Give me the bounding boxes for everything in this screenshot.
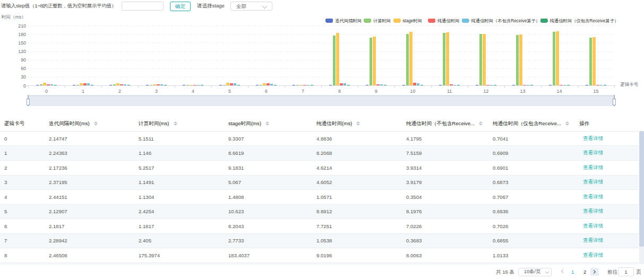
svg-text:90: 90 xyxy=(21,57,26,63)
svg-text:15: 15 xyxy=(594,89,599,94)
svg-text:时间（ms）: 时间（ms） xyxy=(2,14,26,20)
svg-text:10: 10 xyxy=(410,89,416,94)
svg-text:60: 60 xyxy=(21,66,26,71)
svg-text:逻辑卡号: 逻辑卡号 xyxy=(620,82,639,87)
svg-text:8: 8 xyxy=(338,89,341,94)
svg-text:7: 7 xyxy=(302,89,304,94)
svg-text:120: 120 xyxy=(18,49,26,54)
svg-text:纯通信时间（仅包含Receive算子）: 纯通信时间（仅包含Receive算子） xyxy=(549,18,619,23)
svg-text:0: 0 xyxy=(45,89,48,94)
svg-text:纯通信时间: 纯通信时间 xyxy=(437,18,459,23)
svg-text:9: 9 xyxy=(375,89,377,94)
svg-text:0: 0 xyxy=(23,83,26,89)
svg-text:13: 13 xyxy=(520,89,526,94)
svg-text:计算时间: 计算时间 xyxy=(373,18,391,23)
svg-text:6: 6 xyxy=(265,89,268,94)
svg-text:11: 11 xyxy=(447,89,452,94)
svg-text:150: 150 xyxy=(18,40,26,46)
svg-text:30: 30 xyxy=(21,74,26,80)
svg-text:4: 4 xyxy=(192,89,194,94)
svg-text:1: 1 xyxy=(82,89,84,94)
svg-text:14: 14 xyxy=(557,89,562,94)
svg-text:2: 2 xyxy=(118,89,121,94)
svg-text:5: 5 xyxy=(228,89,231,94)
svg-text:210: 210 xyxy=(18,23,26,29)
svg-text:迭代间隔时间: 迭代间隔时间 xyxy=(336,18,362,23)
svg-text:3: 3 xyxy=(155,89,158,94)
svg-text:stage时间: stage时间 xyxy=(402,18,422,23)
svg-text:纯通信时间（不包含Receive算子）: 纯通信时间（不包含Receive算子） xyxy=(471,18,540,23)
svg-text:12: 12 xyxy=(484,89,489,94)
svg-text:180: 180 xyxy=(18,32,26,37)
